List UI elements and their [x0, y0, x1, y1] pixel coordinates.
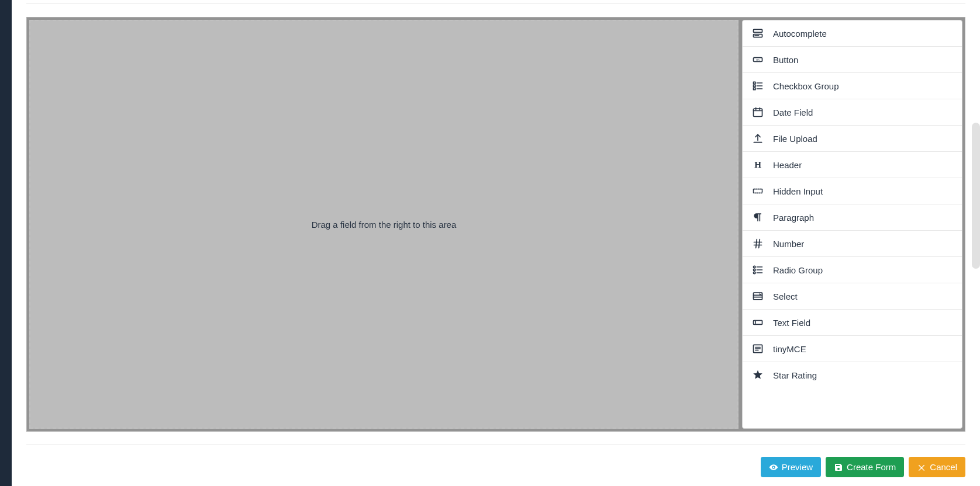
autocomplete-icon [752, 27, 764, 39]
sidebar-strip [0, 0, 12, 486]
svg-point-25 [754, 269, 755, 270]
upload-icon [752, 133, 764, 144]
select-icon [752, 290, 764, 302]
field-palette-item-label: Number [773, 239, 804, 249]
svg-line-21 [756, 239, 757, 248]
paragraph-icon [752, 211, 764, 223]
hash-icon [752, 238, 764, 249]
create-form-button-label: Create Form [847, 462, 896, 472]
header-icon: H [752, 159, 764, 171]
star-icon [752, 369, 764, 381]
field-palette-item-paragraph[interactable]: Paragraph [743, 204, 962, 231]
field-palette-item-label: Header [773, 160, 802, 170]
field-palette-item-label: Autocomplete [773, 29, 827, 39]
preview-button[interactable]: Preview [761, 457, 821, 477]
calendar-icon [752, 106, 764, 118]
field-palette-item-datefield[interactable]: Date Field [743, 99, 962, 126]
field-palette-item-label: Star Rating [773, 370, 817, 380]
textfield-icon [752, 317, 764, 328]
hidden-icon [752, 185, 764, 197]
field-palette-item-header[interactable]: HHeader [743, 152, 962, 178]
svg-rect-32 [754, 321, 762, 325]
close-icon [917, 463, 926, 472]
svg-rect-9 [754, 88, 755, 89]
cancel-button-label: Cancel [930, 462, 957, 472]
field-palette-item-number[interactable]: Number [743, 231, 962, 257]
cancel-button[interactable]: Cancel [909, 457, 965, 477]
field-palette-item-fileupload[interactable]: File Upload [743, 126, 962, 152]
field-palette-item-autocomplete[interactable]: Autocomplete [743, 20, 962, 47]
svg-point-27 [754, 272, 755, 273]
svg-text:OK: OK [756, 58, 760, 61]
svg-rect-0 [754, 29, 762, 32]
svg-rect-11 [754, 109, 762, 116]
field-palette-item-label: Date Field [773, 107, 813, 117]
save-icon [834, 463, 843, 472]
top-divider [26, 4, 965, 4]
field-palette-item-label: File Upload [773, 134, 817, 144]
form-builder-region: Drag a field from the right to this area… [26, 17, 965, 432]
button-icon: OK [752, 54, 764, 65]
field-palette-item-label: Radio Group [773, 265, 823, 275]
preview-button-label: Preview [782, 462, 813, 472]
svg-rect-18 [754, 189, 762, 193]
field-palette-item-label: Text Field [773, 318, 810, 328]
radiogroup-icon [752, 264, 764, 276]
field-palette-item-label: Button [773, 55, 798, 65]
richtext-icon [752, 343, 764, 355]
page-scrollbar[interactable] [972, 123, 980, 269]
field-palette-item-label: Select [773, 291, 798, 301]
create-form-button[interactable]: Create Form [826, 457, 904, 477]
field-palette-item-select[interactable]: Select [743, 283, 962, 310]
field-palette-item-radiogroup[interactable]: Radio Group [743, 257, 962, 283]
bottom-action-bar: Preview Create Form Cancel [26, 445, 965, 477]
svg-rect-7 [754, 85, 755, 86]
svg-line-22 [759, 239, 760, 248]
dropzone-placeholder-text: Drag a field from the right to this area [312, 220, 457, 230]
field-palette: AutocompleteOKButtonCheckbox GroupDate F… [742, 20, 962, 429]
content-wrap: Drag a field from the right to this area… [12, 0, 980, 486]
field-palette-item-label: tinyMCE [773, 344, 806, 354]
field-palette-item-starrating[interactable]: Star Rating [743, 362, 962, 388]
field-palette-item-tinymce[interactable]: tinyMCE [743, 336, 962, 362]
field-palette-item-label: Hidden Input [773, 186, 823, 196]
field-palette-item-label: Paragraph [773, 213, 814, 223]
svg-rect-5 [754, 82, 755, 84]
field-palette-item-textfield[interactable]: Text Field [743, 310, 962, 336]
field-palette-item-checkboxgroup[interactable]: Checkbox Group [743, 73, 962, 99]
checkboxgroup-icon [752, 80, 764, 92]
field-palette-item-label: Checkbox Group [773, 81, 839, 91]
builder-dropzone[interactable]: Drag a field from the right to this area [29, 20, 739, 429]
svg-point-23 [754, 266, 755, 268]
svg-text:H: H [754, 160, 761, 169]
field-palette-item-hiddeninput[interactable]: Hidden Input [743, 178, 962, 204]
field-palette-item-button[interactable]: OKButton [743, 47, 962, 73]
app-root: Drag a field from the right to this area… [0, 0, 980, 486]
eye-icon [769, 463, 778, 472]
